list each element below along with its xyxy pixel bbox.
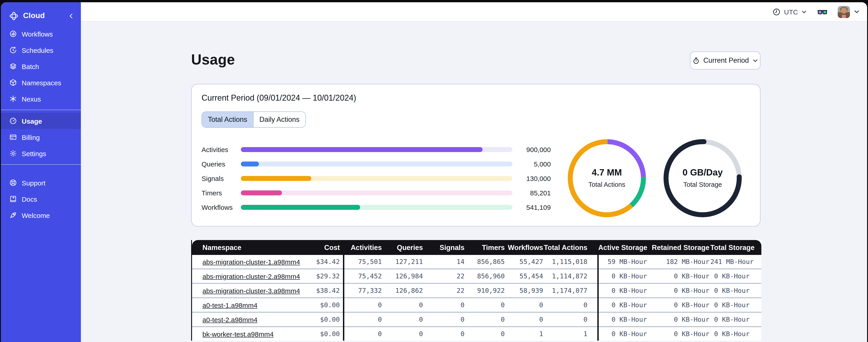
- total-storage-donut: 0 GB/DayTotal Storage: [663, 138, 742, 218]
- value-cell: $29.32: [301, 269, 344, 283]
- period-selector-button[interactable]: Current Period: [690, 52, 761, 69]
- value-cell: $0.00: [301, 312, 344, 327]
- value-cell: 0: [344, 298, 382, 312]
- bar-track: [241, 190, 513, 195]
- value-cell: 0: [543, 298, 598, 312]
- value-cell: 59 MB-Hour: [598, 255, 648, 269]
- donut-center-value: 0 GB/Day: [663, 167, 742, 178]
- value-cell: 0: [543, 312, 598, 327]
- value-cell: 0: [344, 312, 382, 327]
- sidebar-item-namespaces[interactable]: Namespaces: [1, 74, 81, 91]
- tab-daily-actions[interactable]: Daily Actions: [253, 112, 305, 127]
- main-content: Usage Current Period Current Period (09/…: [81, 22, 867, 342]
- sidebar-item-usage[interactable]: Usage: [1, 113, 81, 129]
- value-cell: 0: [505, 312, 543, 327]
- sidebar-item-batch[interactable]: Batch: [1, 58, 81, 74]
- sidebar-brand[interactable]: Cloud: [1, 6, 81, 26]
- sidebar-item-workflows[interactable]: Workflows: [1, 26, 81, 42]
- namespace-cell: abs-migration-cluster-1.a98mm4: [192, 255, 301, 269]
- tab-total-actions[interactable]: Total Actions: [202, 112, 253, 127]
- column-header-total-actions: Total Actions: [543, 240, 598, 255]
- sidebar-item-billing[interactable]: Billing: [1, 129, 81, 145]
- bar-row: Activities900,000: [202, 146, 558, 153]
- value-cell: 182 MB-Hour: [648, 255, 710, 269]
- namespace-usage-table: NamespaceCostActivitiesQueriesSignalsTim…: [191, 240, 761, 341]
- bar-track: [241, 161, 513, 166]
- panel-heading: Current Period (09/01/2024 — 10/01/2024): [202, 93, 356, 103]
- namespace-cell: a0-test-1.a98mm4: [192, 298, 301, 312]
- nerd-glasses-button[interactable]: [817, 8, 828, 15]
- sidebar-item-label: Batch: [22, 63, 39, 70]
- bar-row: Signals130,000: [202, 175, 558, 182]
- sidebar-item-welcome[interactable]: Welcome: [1, 207, 81, 223]
- value-cell: 0 KB-Hour: [648, 312, 710, 327]
- namespace-link[interactable]: abs-migration-cluster-1.a98mm4: [203, 258, 300, 266]
- bar-value: 85,201: [513, 189, 551, 197]
- namespaces-icon: [9, 78, 17, 87]
- value-cell: 0 KB-Hour: [710, 312, 762, 327]
- bar-category-label: Workflows: [202, 203, 241, 211]
- value-cell: 0: [505, 298, 543, 312]
- chevron-down-icon: [854, 8, 860, 15]
- workflows-icon: [9, 30, 17, 38]
- current-period-panel: Current Period (09/01/2024 — 10/01/2024)…: [191, 84, 761, 227]
- total-actions-donut: 4.7 MMTotal Actions: [567, 138, 647, 218]
- value-cell: 0 KB-Hour: [710, 298, 762, 312]
- value-cell: 0 KB-Hour: [598, 283, 648, 298]
- account-menu[interactable]: [838, 6, 860, 18]
- column-header-queries: Queries: [382, 240, 423, 255]
- sidebar-divider: [1, 110, 81, 110]
- settings-icon: [9, 149, 17, 158]
- table-group-divider: [597, 255, 599, 341]
- value-cell: 58,939: [505, 283, 543, 298]
- usage-icon: [9, 117, 17, 125]
- value-cell: 1,115,018: [543, 255, 598, 269]
- sidebar-item-docs[interactable]: Docs: [1, 191, 81, 207]
- namespace-link[interactable]: bk-worker-test.a98mm4: [203, 330, 274, 338]
- namespace-link[interactable]: a0-test-2.a98mm4: [203, 316, 257, 323]
- docs-icon: [9, 195, 17, 203]
- namespace-cell: abs-migration-cluster-2.a98mm4: [192, 269, 301, 283]
- bar-value: 130,000: [513, 174, 551, 182]
- sidebar-collapse-icon[interactable]: [68, 12, 74, 19]
- namespace-link[interactable]: abs-migration-cluster-3.a98mm4: [203, 287, 300, 295]
- welcome-icon: [9, 211, 17, 219]
- sidebar-item-settings[interactable]: Settings: [1, 145, 81, 162]
- value-cell: 0 KB-Hour: [648, 327, 710, 341]
- table-row: abs-migration-cluster-2.a98mm4$29.3275,4…: [192, 269, 762, 283]
- value-cell: 856,865: [465, 255, 505, 269]
- value-cell: 1,174,077: [543, 283, 598, 298]
- donut-center-value: 4.7 MM: [567, 167, 647, 178]
- timezone-label: UTC: [784, 8, 798, 15]
- value-cell: 0 KB-Hour: [598, 327, 648, 341]
- namespace-link[interactable]: a0-test-1.a98mm4: [203, 301, 257, 309]
- bar-value: 5,000: [513, 160, 551, 168]
- value-cell: 0: [423, 312, 465, 327]
- sidebar-item-label: Support: [22, 179, 45, 186]
- value-cell: 75,501: [344, 255, 382, 269]
- value-cell: 0 KB-Hour: [648, 269, 710, 283]
- value-cell: 0: [423, 298, 465, 312]
- column-header-timers: Timers: [465, 240, 505, 255]
- sidebar-item-label: Usage: [22, 117, 42, 125]
- namespace-link[interactable]: abs-migration-cluster-2.a98mm4: [203, 272, 300, 280]
- value-cell: 22: [423, 283, 465, 298]
- sidebar-item-label: Namespaces: [22, 79, 61, 87]
- bar-fill: [241, 205, 360, 210]
- sidebar-item-support[interactable]: Support: [1, 175, 81, 191]
- sidebar-brand-label: Cloud: [23, 11, 68, 20]
- value-cell: 0: [465, 327, 505, 341]
- column-header-active-storage: Active Storage: [598, 240, 648, 255]
- donut-center-label: Total Actions: [567, 181, 647, 188]
- bar-fill: [241, 147, 483, 152]
- timezone-selector[interactable]: UTC: [772, 7, 807, 16]
- value-cell: 0: [465, 312, 505, 327]
- bar-fill: [241, 176, 312, 181]
- value-cell: 1,114,872: [543, 269, 598, 283]
- value-cell: 1: [505, 327, 543, 341]
- column-header-total-storage: Total Storage: [710, 240, 762, 255]
- sidebar-item-schedules[interactable]: Schedules: [1, 42, 81, 58]
- value-cell: 0 KB-Hour: [648, 298, 710, 312]
- sidebar-item-nexus[interactable]: Nexus: [1, 91, 81, 107]
- value-cell: 0: [423, 327, 465, 341]
